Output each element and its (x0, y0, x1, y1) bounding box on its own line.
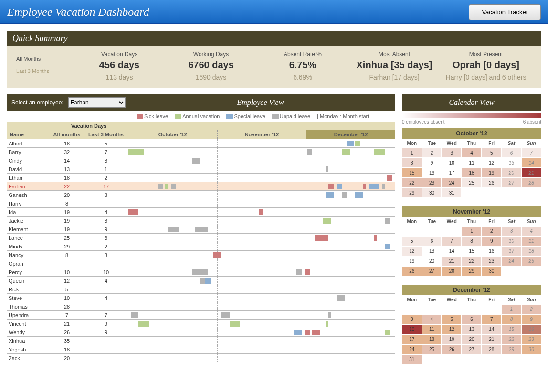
calendar-day[interactable]: 26 (402, 266, 422, 276)
calendar-day[interactable]: 13 (502, 158, 522, 168)
calendar-day[interactable]: 19 (402, 256, 422, 266)
calendar-day[interactable]: 25 (422, 344, 442, 354)
table-row[interactable]: Ethan 18 2 (7, 174, 395, 182)
calendar-day[interactable]: 31 (442, 188, 462, 198)
calendar-day[interactable]: 16 (521, 324, 541, 334)
table-row[interactable]: Oprah (7, 259, 395, 268)
calendar-day[interactable]: 13 (462, 324, 482, 334)
calendar-day[interactable]: 27 (462, 344, 482, 354)
calendar-day[interactable]: 20 (502, 168, 522, 178)
calendar-day[interactable]: 3 (502, 226, 522, 236)
calendar-day[interactable]: 24 (442, 178, 462, 188)
calendar-day[interactable]: 24 (502, 256, 522, 266)
calendar-day[interactable]: 2 (422, 148, 442, 158)
table-row[interactable]: Vincent 21 9 (7, 320, 395, 328)
calendar-day[interactable]: 30 (422, 188, 442, 198)
table-row[interactable]: Mindy 29 2 (7, 242, 395, 251)
table-row[interactable]: Jackie 19 3 (7, 217, 395, 225)
calendar-day[interactable]: 10 (402, 324, 422, 334)
table-row[interactable]: Steve 10 4 (7, 294, 395, 302)
table-row[interactable]: David 13 1 (7, 165, 395, 174)
table-row[interactable]: Yogesh 18 (7, 345, 395, 354)
calendar-day[interactable]: 10 (502, 236, 522, 246)
calendar-day[interactable]: 9 (422, 158, 442, 168)
calendar-day[interactable]: 23 (482, 256, 502, 266)
calendar-day[interactable]: 30 (521, 344, 541, 354)
calendar-day[interactable]: 1 (462, 226, 482, 236)
calendar-day[interactable]: 25 (462, 178, 482, 188)
calendar-day[interactable]: 20 (422, 256, 442, 266)
calendar-day[interactable]: 25 (521, 256, 541, 266)
table-row[interactable]: Rick 5 (7, 285, 395, 294)
table-row[interactable]: Wendy 26 9 (7, 328, 395, 337)
calendar-day[interactable]: 7 (482, 314, 502, 324)
calendar-day[interactable]: 12 (402, 246, 422, 256)
calendar-day[interactable]: 21 (442, 256, 462, 266)
calendar-day[interactable]: 29 (462, 266, 482, 276)
calendar-day[interactable]: 6 (502, 148, 522, 158)
calendar-day[interactable]: 22 (462, 256, 482, 266)
calendar-day[interactable]: 28 (521, 178, 541, 188)
table-row[interactable]: Percy 10 10 (7, 268, 395, 277)
table-row[interactable]: Klement 19 9 (7, 225, 395, 234)
calendar-day[interactable]: 27 (422, 266, 442, 276)
calendar-day[interactable]: 3 (402, 314, 422, 324)
calendar-day[interactable]: 17 (402, 334, 422, 344)
calendar-day[interactable]: 18 (462, 168, 482, 178)
calendar-day[interactable]: 23 (422, 178, 442, 188)
calendar-day[interactable]: 8 (502, 314, 522, 324)
calendar-day[interactable]: 26 (482, 178, 502, 188)
table-row[interactable]: Xinhua 35 (7, 337, 395, 345)
table-row[interactable]: Harry 8 (7, 199, 395, 208)
calendar-day[interactable]: 23 (521, 334, 541, 344)
calendar-day[interactable]: 19 (442, 334, 462, 344)
table-row[interactable]: Barry 32 7 (7, 148, 395, 156)
calendar-day[interactable]: 22 (402, 178, 422, 188)
table-row[interactable]: Queen 12 4 (7, 277, 395, 285)
calendar-day[interactable]: 4 (462, 148, 482, 158)
calendar-day[interactable]: 30 (482, 266, 502, 276)
calendar-day[interactable]: 8 (462, 236, 482, 246)
calendar-day[interactable]: 5 (442, 314, 462, 324)
calendar-day[interactable]: 18 (422, 334, 442, 344)
calendar-day[interactable]: 9 (521, 314, 541, 324)
calendar-day[interactable]: 5 (402, 236, 422, 246)
calendar-day[interactable]: 28 (482, 344, 502, 354)
table-row[interactable]: Lance 25 6 (7, 234, 395, 242)
calendar-day[interactable]: 10 (442, 158, 462, 168)
calendar-day[interactable]: 7 (521, 148, 541, 158)
table-row[interactable]: Upendra 7 7 (7, 311, 395, 320)
calendar-day[interactable]: 15 (402, 168, 422, 178)
calendar-day[interactable]: 27 (502, 178, 522, 188)
calendar-day[interactable]: 19 (482, 168, 502, 178)
calendar-day[interactable]: 18 (521, 246, 541, 256)
table-row[interactable]: Farhan 22 17 (7, 182, 395, 191)
calendar-day[interactable]: 12 (482, 158, 502, 168)
calendar-day[interactable]: 21 (482, 334, 502, 344)
calendar-day[interactable]: 15 (502, 324, 522, 334)
calendar-day[interactable]: 14 (442, 246, 462, 256)
calendar-day[interactable]: 16 (482, 246, 502, 256)
calendar-day[interactable]: 14 (521, 158, 541, 168)
calendar-day[interactable]: 5 (482, 148, 502, 158)
calendar-day[interactable]: 6 (462, 314, 482, 324)
table-row[interactable]: Nancy 8 3 (7, 251, 395, 259)
calendar-day[interactable]: 1 (502, 304, 522, 314)
calendar-day[interactable]: 11 (521, 236, 541, 246)
calendar-day[interactable]: 29 (502, 344, 522, 354)
calendar-day[interactable]: 29 (402, 188, 422, 198)
calendar-day[interactable]: 21 (521, 168, 541, 178)
calendar-day[interactable]: 15 (462, 246, 482, 256)
calendar-day[interactable]: 7 (442, 236, 462, 246)
calendar-day[interactable]: 24 (402, 344, 422, 354)
calendar-day[interactable]: 2 (482, 226, 502, 236)
calendar-day[interactable]: 28 (442, 266, 462, 276)
calendar-day[interactable]: 14 (482, 324, 502, 334)
employee-select[interactable]: Farhan (68, 97, 126, 108)
calendar-day[interactable]: 11 (422, 324, 442, 334)
vacation-tracker-button[interactable]: Vacation Tracker (469, 4, 541, 20)
calendar-day[interactable]: 3 (442, 148, 462, 158)
calendar-day[interactable]: 2 (521, 304, 541, 314)
calendar-day[interactable]: 4 (521, 226, 541, 236)
table-row[interactable]: Ganesh 20 8 (7, 191, 395, 199)
